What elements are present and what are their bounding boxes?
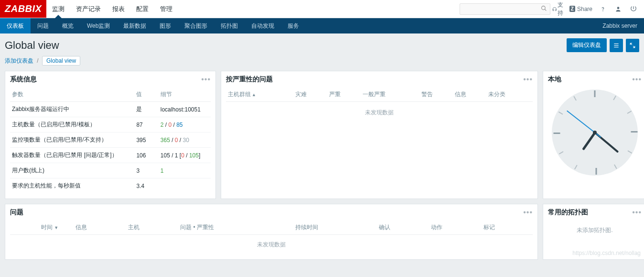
- problems-title: 问题: [10, 208, 23, 217]
- clock-tick: [613, 96, 616, 100]
- widget-menu-icon[interactable]: •••: [523, 208, 533, 217]
- widget-severity: 按严重性的问题 ••• 主机群组▲灾难严重一般严重警告信息未分类 未发现数据: [221, 71, 538, 199]
- problems-col[interactable]: 信息: [73, 221, 125, 235]
- widget-menu-icon[interactable]: •••: [201, 75, 211, 84]
- maps-title: 常用的拓扑图: [548, 208, 588, 217]
- sysinfo-param: 要求的主机性能，每秒新值: [10, 178, 134, 194]
- sysinfo-detail: 105 / 1 [0 / 105]: [159, 148, 211, 163]
- table-row: 触发器数量（已启用/已禁用 [问题/正常]）106105 / 1 [0 / 10…: [10, 148, 211, 163]
- sysinfo-value: 3.4: [134, 178, 158, 194]
- problems-col[interactable]: 问题 • 严重性: [177, 221, 292, 235]
- sysinfo-detail: 2 / 0 / 85: [159, 117, 211, 133]
- topnav-item-admin[interactable]: 管理: [154, 0, 178, 18]
- subnav-item-dashboard[interactable]: 仪表板: [0, 18, 31, 33]
- table-row: 监控项数量（已启用/已禁用/不支持）395365 / 0 / 30: [10, 133, 211, 148]
- clock-tick: [594, 90, 596, 97]
- logout-icon[interactable]: [627, 2, 640, 16]
- sysinfo-detail: [159, 178, 211, 194]
- severity-empty: 未发现数据: [226, 102, 533, 124]
- dashboard-menu-button[interactable]: [610, 39, 623, 52]
- edit-dashboard-button[interactable]: 编辑仪表盘: [567, 38, 607, 52]
- severity-col[interactable]: 未分类: [486, 88, 533, 102]
- sysinfo-col-param[interactable]: 参数: [10, 88, 134, 102]
- analog-clock: [552, 89, 638, 176]
- subnav-item-maps[interactable]: 拓扑图: [214, 18, 245, 33]
- fullscreen-button[interactable]: [626, 39, 639, 52]
- subnav-item-problems[interactable]: 问题: [31, 18, 55, 33]
- search-input[interactable]: [463, 6, 541, 12]
- severity-col[interactable]: 严重: [327, 88, 361, 102]
- support-link[interactable]: 支持: [552, 2, 566, 16]
- clock-tick: [559, 151, 564, 155]
- table-row: Zabbix服务器端运行中是localhost:10051: [10, 102, 211, 117]
- clock-tick: [631, 131, 638, 133]
- severity-col[interactable]: 一般严重: [361, 88, 419, 102]
- topnav-right: 支持 Z Share: [460, 0, 644, 18]
- problems-col[interactable]: 主机: [125, 221, 177, 235]
- help-icon[interactable]: [596, 2, 610, 16]
- table-row: 主机数量（已启用/已禁用/模板）872 / 0 / 85: [10, 117, 211, 133]
- problems-col[interactable]: 动作: [428, 221, 480, 235]
- subnav-item-services[interactable]: 服务: [281, 18, 306, 33]
- search-icon[interactable]: [541, 5, 547, 13]
- problems-col[interactable]: 标记: [481, 221, 533, 235]
- sort-asc-icon: ▲: [252, 92, 256, 97]
- share-badge-icon: Z: [569, 6, 575, 12]
- widget-problems: 问题 ••• 时间 ▼信息主机问题 • 严重性持续时间确认动作标记 未发现数据: [5, 204, 538, 260]
- widget-menu-icon[interactable]: •••: [523, 75, 533, 84]
- severity-table: 主机群组▲灾难严重一般严重警告信息未分类 未发现数据: [226, 88, 533, 123]
- severity-col[interactable]: 灾难: [293, 88, 327, 102]
- topnav-item-config[interactable]: 配置: [130, 0, 154, 18]
- subnav-item-graphs[interactable]: 图形: [153, 18, 178, 33]
- clock-tick: [627, 111, 632, 114]
- severity-col[interactable]: 警告: [419, 88, 453, 102]
- user-icon[interactable]: [612, 2, 625, 16]
- breadcrumb-link-add[interactable]: 添加仪表盘: [5, 57, 33, 64]
- topnav-menu: 监测 资产记录 报表 配置 管理: [46, 0, 178, 18]
- share-label: Share: [577, 6, 592, 12]
- sysinfo-col-value[interactable]: 值: [134, 88, 158, 102]
- subnav-item-web[interactable]: Web监测: [80, 18, 117, 33]
- sysinfo-param: Zabbix服务器端运行中: [10, 102, 134, 117]
- problems-col[interactable]: 持续时间: [292, 221, 376, 235]
- breadcrumb-current[interactable]: Global view: [42, 56, 80, 66]
- topnav-item-inventory[interactable]: 资产记录: [70, 0, 107, 18]
- problems-empty: 未发现数据: [10, 235, 533, 255]
- clock-tick: [614, 165, 617, 169]
- severity-col[interactable]: 主机群组▲: [226, 88, 293, 102]
- problems-col[interactable]: 确认: [376, 221, 428, 235]
- sysinfo-param: 监控项数量（已启用/已禁用/不支持）: [10, 133, 134, 148]
- svg-point-0: [541, 6, 545, 10]
- logo[interactable]: ZABBIX: [0, 0, 46, 18]
- sysinfo-value: 是: [134, 102, 158, 117]
- support-label: 支持: [558, 1, 565, 17]
- widget-menu-icon[interactable]: •••: [632, 208, 642, 217]
- subnav-item-overview[interactable]: 概览: [55, 18, 80, 33]
- subnav-item-screens[interactable]: 聚合图形: [178, 18, 214, 33]
- problems-col[interactable]: 时间 ▼: [10, 221, 73, 235]
- breadcrumb-sep: /: [37, 57, 38, 64]
- search-box[interactable]: [460, 3, 550, 15]
- clock-tick: [574, 165, 578, 170]
- subnav-item-discovery[interactable]: 自动发现: [245, 18, 281, 33]
- topnav-item-reports[interactable]: 报表: [107, 0, 130, 18]
- dashboard-grid: 系统信息 ••• 参数 值 细节 Zabbix服务器端运行中是localhost…: [0, 71, 644, 265]
- sysinfo-param: 用户数(线上): [10, 163, 134, 178]
- share-link[interactable]: Z Share: [568, 2, 594, 16]
- problems-table: 时间 ▼信息主机问题 • 严重性持续时间确认动作标记 未发现数据: [10, 221, 533, 255]
- server-name[interactable]: Zabbix server: [602, 18, 644, 33]
- clock-tick: [628, 150, 633, 154]
- clock-tick: [558, 111, 563, 115]
- sysinfo-table: 参数 值 细节 Zabbix服务器端运行中是localhost:10051主机数…: [10, 88, 211, 193]
- svg-line-1: [545, 9, 546, 11]
- clock-tick: [596, 168, 597, 175]
- sysinfo-col-detail[interactable]: 细节: [159, 88, 211, 102]
- widget-menu-icon[interactable]: •••: [632, 75, 642, 84]
- severity-col[interactable]: 信息: [453, 88, 486, 102]
- page-title: Global view: [5, 39, 59, 52]
- watermark: https://blog.csdn.net/nollag: [572, 250, 641, 256]
- topnav-item-monitoring[interactable]: 监测: [46, 0, 70, 18]
- subnav-item-latest[interactable]: 最新数据: [117, 18, 153, 33]
- maps-empty: 未添加拓扑图.: [543, 221, 644, 240]
- clock-hour-hand: [582, 132, 596, 151]
